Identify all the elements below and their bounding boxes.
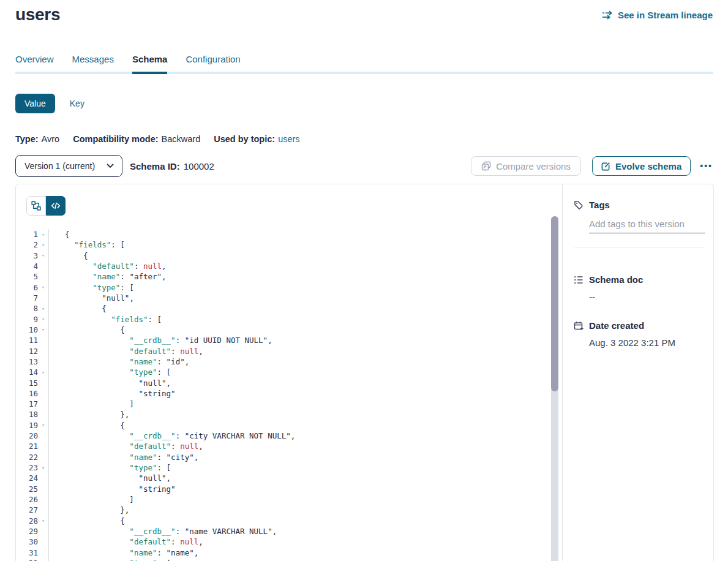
code-text: "name": "name", [49, 548, 198, 557]
fold-arrow-icon[interactable]: ▾ [38, 326, 48, 333]
fold-arrow-icon[interactable]: ▾ [38, 369, 48, 375]
fold-arrow-icon[interactable]: ▾ [38, 242, 48, 248]
line-number: 9 [16, 315, 38, 324]
schema-code-section: 1▾{2▾ "fields": [3▾ {4 "default": null,5… [16, 184, 563, 561]
tree-view-icon [31, 201, 41, 211]
gutter: 13 [16, 356, 49, 367]
version-select-value: Version 1 (current) [24, 161, 95, 171]
evolve-schema-button[interactable]: Evolve schema [592, 156, 691, 176]
page-title: users [15, 5, 60, 24]
code-line: 18 }, [16, 409, 554, 420]
calendar-plus-icon [574, 321, 584, 331]
line-number: 31 [16, 548, 38, 557]
fold-arrow-icon[interactable]: ▾ [38, 316, 48, 322]
compare-versions-button[interactable]: Compare versions [471, 156, 581, 176]
line-number: 21 [16, 442, 38, 451]
line-number: 11 [16, 336, 38, 345]
code-view-button[interactable] [46, 196, 66, 216]
gutter: 1▾ [16, 229, 49, 239]
tab-schema[interactable]: Schema [132, 54, 168, 72]
schema-sidebar: Tags [563, 184, 713, 561]
line-number: 28 [16, 516, 38, 525]
code-text: "null", [49, 378, 171, 388]
code-line: 23▾ "type": [ [16, 462, 554, 473]
code-text: "type": [ [49, 367, 171, 377]
code-text: }, [49, 505, 129, 514]
gutter: 21 [16, 441, 49, 451]
code-text: "__crdb__": "city VARCHAR NOT NULL", [49, 431, 295, 440]
tab-messages[interactable]: Messages [72, 54, 114, 72]
code-text: "fields": [ [49, 240, 125, 249]
gutter: 11 [16, 335, 49, 345]
date-created-block: Date created Aug. 3 2022 3:21 PM [574, 320, 707, 348]
code-text: "string" [49, 389, 176, 398]
line-number: 20 [16, 431, 38, 440]
value-key-toggle: Value Key [15, 94, 84, 113]
schema-code-editor[interactable]: 1▾{2▾ "fields": [3▾ {4 "default": null,5… [16, 216, 554, 561]
code-line: 11 "__crdb__": "id UUID NOT NULL", [16, 335, 554, 345]
fold-arrow-icon[interactable]: ▾ [38, 518, 48, 524]
code-line: 30 "default": null, [16, 537, 554, 547]
tags-heading-row: Tags [574, 200, 707, 210]
meta-compatibility: Compatibility mode: Backward [73, 134, 200, 144]
code-line: 3▾ { [16, 250, 554, 261]
more-options-button[interactable]: ••• [699, 159, 714, 173]
stream-lineage-link[interactable]: See in Stream lineage [602, 10, 713, 20]
tags-input[interactable] [589, 219, 705, 233]
tab-configuration[interactable]: Configuration [186, 54, 240, 72]
tab-overview[interactable]: Overview [15, 54, 54, 72]
value-toggle-button[interactable]: Value [15, 94, 55, 113]
line-number: 24 [16, 473, 38, 483]
key-toggle-link[interactable]: Key [70, 99, 84, 108]
version-controls-row: Version 1 (current) Schema ID: 100002 Co… [15, 155, 714, 177]
fold-arrow-icon[interactable]: ▾ [38, 465, 48, 471]
line-number: 32 [16, 559, 38, 561]
schema-doc-heading: Schema doc [589, 274, 643, 285]
date-created-value: Aug. 3 2022 3:21 PM [589, 337, 707, 348]
schema-meta-row: Type: Avro Compatibility mode: Backward … [15, 134, 300, 144]
chevron-down-icon [107, 164, 114, 168]
line-number: 16 [16, 389, 38, 398]
compare-versions-label: Compare versions [496, 161, 571, 171]
fold-arrow-icon[interactable]: ▾ [38, 252, 48, 258]
code-text: "default": null, [49, 347, 203, 356]
tag-icon [574, 200, 584, 210]
line-number: 14 [16, 367, 38, 377]
fold-arrow-icon[interactable]: ▾ [38, 232, 48, 238]
line-number: 17 [16, 399, 38, 409]
line-number: 5 [16, 272, 38, 281]
evolve-schema-label: Evolve schema [615, 161, 681, 171]
gutter: 9▾ [16, 314, 49, 325]
topic-link[interactable]: users [278, 134, 299, 144]
fold-arrow-icon[interactable]: ▾ [38, 284, 48, 290]
gutter: 20 [16, 431, 49, 441]
code-line: 25 "string" [16, 484, 554, 494]
code-line: 2▾ "fields": [ [16, 239, 554, 250]
line-number: 1 [16, 230, 38, 239]
version-select[interactable]: Version 1 (current) [15, 155, 122, 177]
code-line: 1▾{ [16, 229, 554, 239]
evolve-schema-icon [601, 162, 610, 171]
code-view-icon [51, 201, 61, 211]
stream-lineage-icon [602, 10, 614, 20]
fold-arrow-icon[interactable]: ▾ [38, 306, 48, 312]
stream-lineage-label: See in Stream lineage [618, 10, 713, 20]
meta-used-by-topic: Used by topic: users [214, 134, 299, 144]
code-line: 4 "default": null, [16, 261, 554, 271]
code-line: 32▾ "type": [ [16, 558, 554, 561]
gutter: 5 [16, 271, 49, 282]
tree-view-button[interactable] [26, 196, 46, 216]
gutter: 3▾ [16, 250, 49, 261]
gutter: 6▾ [16, 282, 49, 293]
line-number: 27 [16, 505, 38, 514]
fold-arrow-icon[interactable]: ▾ [38, 422, 48, 428]
code-line: 13 "name": "id", [16, 356, 554, 367]
code-text: "null", [49, 293, 134, 303]
list-icon [574, 275, 584, 285]
gutter: 8▾ [16, 303, 49, 314]
scrollbar-thumb[interactable] [551, 216, 558, 391]
gutter: 18 [16, 409, 49, 420]
schema-panel: 1▾{2▾ "fields": [3▾ {4 "default": null,5… [15, 184, 714, 561]
gutter: 29 [16, 526, 49, 537]
schema-page: users See in Stream lineage Overview Mes… [0, 0, 728, 561]
